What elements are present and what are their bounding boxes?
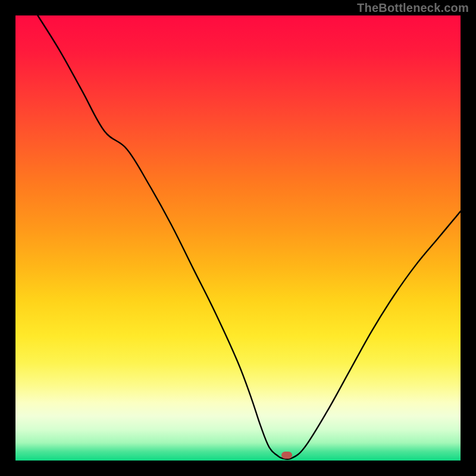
plot-area [15, 15, 461, 461]
chart-frame: TheBottleneck.com [0, 0, 476, 476]
minimum-marker [281, 452, 292, 459]
bottleneck-curve [15, 15, 461, 461]
attribution-text: TheBottleneck.com [357, 1, 469, 15]
